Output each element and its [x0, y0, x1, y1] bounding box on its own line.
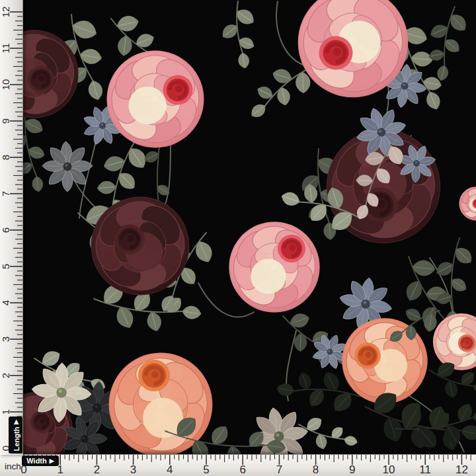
svg-text:2: 2 — [0, 373, 11, 378]
fabric-product-image: 0123456789101112 0123456789101112 Length… — [0, 0, 476, 476]
width-badge: Width ▶ — [22, 456, 59, 466]
svg-text:12: 12 — [456, 463, 468, 476]
svg-text:11: 11 — [419, 463, 431, 476]
svg-text:6: 6 — [0, 227, 11, 233]
svg-text:8: 8 — [0, 155, 11, 160]
svg-text:1: 1 — [0, 409, 11, 415]
length-badge: Length ▶ — [9, 416, 22, 454]
rose-flower — [107, 51, 204, 148]
svg-text:3: 3 — [0, 337, 11, 342]
arrow-up-icon: ▶ — [13, 419, 19, 424]
length-ruler-ticks: 0123456789101112 — [0, 0, 22, 455]
svg-text:8: 8 — [313, 463, 319, 476]
svg-text:6: 6 — [239, 463, 245, 476]
vertical-length-ruler: 0123456789101112 — [0, 0, 23, 455]
svg-text:4: 4 — [0, 300, 11, 305]
svg-text:10: 10 — [0, 79, 11, 91]
rose-flower — [91, 197, 190, 296]
arrow-right-icon: ▶ — [50, 458, 54, 464]
svg-text:5: 5 — [203, 463, 209, 476]
svg-text:7: 7 — [276, 463, 282, 476]
horizontal-width-ruler: 0123456789101112 — [0, 454, 476, 476]
floral-fabric-pattern — [0, 0, 476, 476]
svg-text:11: 11 — [0, 43, 11, 54]
svg-text:4: 4 — [167, 463, 173, 476]
svg-text:2: 2 — [94, 463, 100, 476]
width-badge-label: Width — [26, 457, 46, 465]
width-ruler-ticks: 0123456789101112 — [0, 455, 476, 476]
svg-text:7: 7 — [0, 191, 11, 196]
svg-text:3: 3 — [130, 463, 136, 476]
svg-text:5: 5 — [0, 264, 11, 269]
unit-label: inch — [5, 461, 21, 471]
svg-text:10: 10 — [383, 463, 395, 476]
rose-flower — [229, 221, 319, 312]
svg-text:9: 9 — [349, 463, 355, 476]
svg-text:12: 12 — [0, 7, 11, 18]
svg-text:9: 9 — [0, 118, 11, 124]
length-badge-label: Length — [12, 426, 20, 451]
